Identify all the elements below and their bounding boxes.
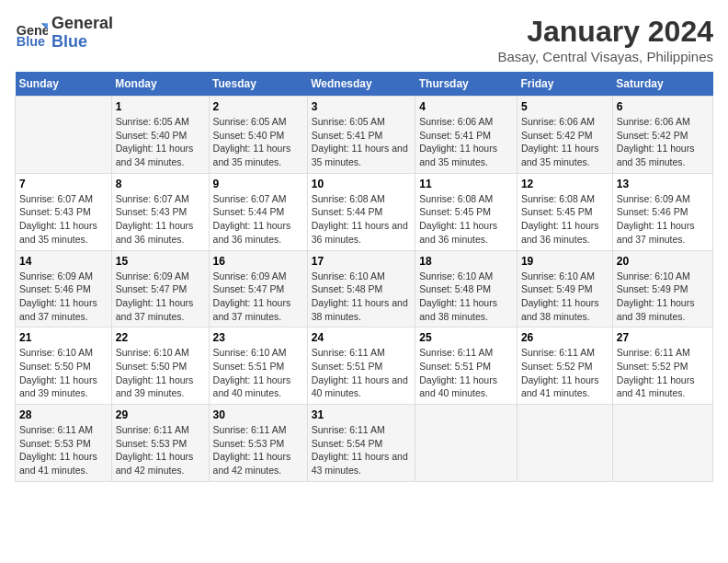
calendar-cell: 24Sunrise: 6:11 AMSunset: 5:51 PMDayligh… xyxy=(307,327,415,405)
day-info: Sunrise: 6:11 AMSunset: 5:53 PMDaylight:… xyxy=(116,423,205,477)
day-number: 17 xyxy=(312,255,412,268)
day-number: 24 xyxy=(312,331,412,344)
day-number: 5 xyxy=(521,100,609,113)
calendar-table: SundayMondayTuesdayWednesdayThursdayFrid… xyxy=(15,72,713,482)
title-area: January 2024 Basay, Central Visayas, Phi… xyxy=(497,15,713,64)
day-info: Sunrise: 6:10 AMSunset: 5:50 PMDaylight:… xyxy=(116,346,205,400)
day-number: 12 xyxy=(521,178,609,190)
header-monday: Monday xyxy=(111,72,209,97)
day-info: Sunrise: 6:09 AMSunset: 5:46 PMDaylight:… xyxy=(19,270,108,324)
day-number: 14 xyxy=(19,255,108,268)
calendar-cell: 3Sunrise: 6:05 AMSunset: 5:41 PMDaylight… xyxy=(307,97,415,174)
day-info: Sunrise: 6:09 AMSunset: 5:47 PMDaylight:… xyxy=(213,270,303,324)
calendar-cell xyxy=(415,405,518,482)
calendar-cell: 10Sunrise: 6:08 AMSunset: 5:44 PMDayligh… xyxy=(307,173,415,250)
day-number: 19 xyxy=(521,255,609,268)
day-info: Sunrise: 6:10 AMSunset: 5:49 PMDaylight:… xyxy=(521,270,609,324)
calendar-cell: 29Sunrise: 6:11 AMSunset: 5:53 PMDayligh… xyxy=(111,405,209,482)
day-number: 18 xyxy=(419,255,513,268)
day-info: Sunrise: 6:11 AMSunset: 5:54 PMDaylight:… xyxy=(312,423,412,477)
page-header: General Blue General Blue January 2024 B… xyxy=(15,15,713,64)
day-info: Sunrise: 6:08 AMSunset: 5:44 PMDaylight:… xyxy=(312,192,412,247)
day-info: Sunrise: 6:10 AMSunset: 5:49 PMDaylight:… xyxy=(617,270,709,324)
calendar-cell: 7Sunrise: 6:07 AMSunset: 5:43 PMDaylight… xyxy=(16,173,112,250)
calendar-cell: 12Sunrise: 6:08 AMSunset: 5:45 PMDayligh… xyxy=(517,173,612,250)
day-info: Sunrise: 6:09 AMSunset: 5:47 PMDaylight:… xyxy=(116,270,205,324)
main-title: January 2024 xyxy=(497,15,713,49)
day-number: 23 xyxy=(213,331,303,344)
calendar-cell: 26Sunrise: 6:11 AMSunset: 5:52 PMDayligh… xyxy=(517,327,612,405)
day-number: 29 xyxy=(116,408,205,421)
calendar-cell: 28Sunrise: 6:11 AMSunset: 5:53 PMDayligh… xyxy=(16,405,112,482)
calendar-cell xyxy=(612,405,712,482)
calendar-cell: 4Sunrise: 6:06 AMSunset: 5:41 PMDaylight… xyxy=(415,97,518,174)
calendar-cell: 15Sunrise: 6:09 AMSunset: 5:47 PMDayligh… xyxy=(111,250,209,327)
calendar-cell: 8Sunrise: 6:07 AMSunset: 5:43 PMDaylight… xyxy=(111,173,209,250)
day-info: Sunrise: 6:10 AMSunset: 5:51 PMDaylight:… xyxy=(213,346,303,400)
day-info: Sunrise: 6:05 AMSunset: 5:40 PMDaylight:… xyxy=(213,115,303,169)
day-number: 3 xyxy=(312,100,412,113)
day-number: 27 xyxy=(617,331,709,344)
calendar-cell: 16Sunrise: 6:09 AMSunset: 5:47 PMDayligh… xyxy=(209,250,307,327)
calendar-cell: 11Sunrise: 6:08 AMSunset: 5:45 PMDayligh… xyxy=(415,173,518,250)
subtitle: Basay, Central Visayas, Philippines xyxy=(497,49,713,64)
logo: General Blue General Blue xyxy=(15,15,113,52)
day-number: 7 xyxy=(19,178,108,190)
calendar-cell: 30Sunrise: 6:11 AMSunset: 5:53 PMDayligh… xyxy=(209,405,307,482)
calendar-cell: 14Sunrise: 6:09 AMSunset: 5:46 PMDayligh… xyxy=(16,250,112,327)
day-number: 9 xyxy=(213,178,303,190)
calendar-week-0: 1Sunrise: 6:05 AMSunset: 5:40 PMDaylight… xyxy=(16,97,713,174)
day-info: Sunrise: 6:11 AMSunset: 5:52 PMDaylight:… xyxy=(521,346,609,400)
svg-text:Blue: Blue xyxy=(17,34,45,49)
calendar-cell: 2Sunrise: 6:05 AMSunset: 5:40 PMDaylight… xyxy=(209,97,307,174)
calendar-cell: 21Sunrise: 6:10 AMSunset: 5:50 PMDayligh… xyxy=(16,327,112,405)
calendar-cell: 20Sunrise: 6:10 AMSunset: 5:49 PMDayligh… xyxy=(612,250,712,327)
calendar-cell: 1Sunrise: 6:05 AMSunset: 5:40 PMDaylight… xyxy=(111,97,209,174)
calendar-cell: 18Sunrise: 6:10 AMSunset: 5:48 PMDayligh… xyxy=(415,250,518,327)
calendar-cell: 17Sunrise: 6:10 AMSunset: 5:48 PMDayligh… xyxy=(307,250,415,327)
day-info: Sunrise: 6:07 AMSunset: 5:43 PMDaylight:… xyxy=(19,192,108,247)
day-number: 13 xyxy=(617,178,709,190)
day-number: 22 xyxy=(116,331,205,344)
day-info: Sunrise: 6:10 AMSunset: 5:48 PMDaylight:… xyxy=(419,270,513,324)
calendar-header-row: SundayMondayTuesdayWednesdayThursdayFrid… xyxy=(16,72,713,97)
calendar-week-1: 7Sunrise: 6:07 AMSunset: 5:43 PMDaylight… xyxy=(16,173,713,250)
header-friday: Friday xyxy=(517,72,612,97)
calendar-cell: 31Sunrise: 6:11 AMSunset: 5:54 PMDayligh… xyxy=(307,405,415,482)
day-info: Sunrise: 6:10 AMSunset: 5:48 PMDaylight:… xyxy=(312,270,412,324)
day-number: 20 xyxy=(617,255,709,268)
day-number: 25 xyxy=(419,331,513,344)
calendar-cell xyxy=(517,405,612,482)
calendar-cell: 19Sunrise: 6:10 AMSunset: 5:49 PMDayligh… xyxy=(517,250,612,327)
day-number: 16 xyxy=(213,255,303,268)
day-number: 26 xyxy=(521,331,609,344)
day-info: Sunrise: 6:07 AMSunset: 5:43 PMDaylight:… xyxy=(116,192,205,247)
day-info: Sunrise: 6:09 AMSunset: 5:46 PMDaylight:… xyxy=(617,192,709,247)
calendar-cell: 9Sunrise: 6:07 AMSunset: 5:44 PMDaylight… xyxy=(209,173,307,250)
calendar-cell: 13Sunrise: 6:09 AMSunset: 5:46 PMDayligh… xyxy=(612,173,712,250)
calendar-cell: 27Sunrise: 6:11 AMSunset: 5:52 PMDayligh… xyxy=(612,327,712,405)
day-info: Sunrise: 6:11 AMSunset: 5:52 PMDaylight:… xyxy=(617,346,709,400)
day-info: Sunrise: 6:10 AMSunset: 5:50 PMDaylight:… xyxy=(19,346,108,400)
calendar-cell: 5Sunrise: 6:06 AMSunset: 5:42 PMDaylight… xyxy=(517,97,612,174)
day-number: 10 xyxy=(312,178,412,190)
day-info: Sunrise: 6:05 AMSunset: 5:41 PMDaylight:… xyxy=(312,115,412,169)
header-wednesday: Wednesday xyxy=(307,72,415,97)
day-info: Sunrise: 6:06 AMSunset: 5:41 PMDaylight:… xyxy=(419,115,513,169)
day-number: 4 xyxy=(419,100,513,113)
day-number: 30 xyxy=(213,408,303,421)
day-number: 21 xyxy=(19,331,108,344)
calendar-cell: 25Sunrise: 6:11 AMSunset: 5:51 PMDayligh… xyxy=(415,327,518,405)
day-number: 8 xyxy=(116,178,205,190)
calendar-week-4: 28Sunrise: 6:11 AMSunset: 5:53 PMDayligh… xyxy=(16,405,713,482)
header-sunday: Sunday xyxy=(16,72,112,97)
day-number: 6 xyxy=(617,100,709,113)
calendar-week-3: 21Sunrise: 6:10 AMSunset: 5:50 PMDayligh… xyxy=(16,327,713,405)
calendar-cell: 6Sunrise: 6:06 AMSunset: 5:42 PMDaylight… xyxy=(612,97,712,174)
day-info: Sunrise: 6:11 AMSunset: 5:53 PMDaylight:… xyxy=(19,423,108,477)
day-number: 1 xyxy=(116,100,205,113)
header-tuesday: Tuesday xyxy=(209,72,307,97)
logo-text: General Blue xyxy=(51,15,113,52)
logo-icon: General Blue xyxy=(15,17,48,50)
header-saturday: Saturday xyxy=(612,72,712,97)
